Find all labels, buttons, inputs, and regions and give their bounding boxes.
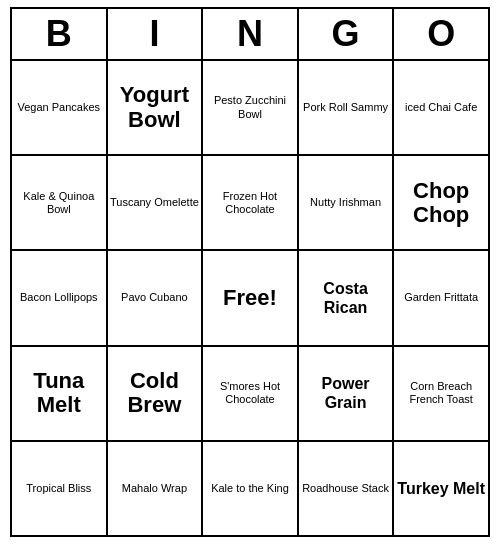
bingo-cell: Garden Frittata — [394, 251, 488, 344]
header-letter: I — [108, 9, 204, 59]
bingo-cell: Pesto Zucchini Bowl — [203, 61, 299, 154]
bingo-row: Vegan PancakesYogurt BowlPesto Zucchini … — [12, 61, 488, 156]
bingo-cell: Free! — [203, 251, 299, 344]
bingo-cell: Frozen Hot Chocolate — [203, 156, 299, 249]
bingo-cell: Nutty Irishman — [299, 156, 395, 249]
bingo-cell: Turkey Melt — [394, 442, 488, 535]
bingo-cell: Cold Brew — [108, 347, 204, 440]
bingo-cell: Chop Chop — [394, 156, 488, 249]
bingo-cell: Bacon Lollipops — [12, 251, 108, 344]
bingo-cell: Costa Rican — [299, 251, 395, 344]
bingo-cell: Power Grain — [299, 347, 395, 440]
bingo-row: Kale & Quinoa BowlTuscany OmeletteFrozen… — [12, 156, 488, 251]
bingo-cell: Tropical Bliss — [12, 442, 108, 535]
bingo-cell: iced Chai Cafe — [394, 61, 488, 154]
header-letter: N — [203, 9, 299, 59]
bingo-cell: Kale to the King — [203, 442, 299, 535]
header-letter: G — [299, 9, 395, 59]
bingo-cell: Tuscany Omelette — [108, 156, 204, 249]
bingo-cell: S'mores Hot Chocolate — [203, 347, 299, 440]
header-letter: O — [394, 9, 488, 59]
bingo-cell: Pavo Cubano — [108, 251, 204, 344]
bingo-cell: Pork Roll Sammy — [299, 61, 395, 154]
bingo-cell: Tuna Melt — [12, 347, 108, 440]
bingo-cell: Mahalo Wrap — [108, 442, 204, 535]
bingo-row: Tuna MeltCold BrewS'mores Hot ChocolateP… — [12, 347, 488, 442]
bingo-row: Tropical BlissMahalo WrapKale to the Kin… — [12, 442, 488, 535]
bingo-card: BINGO Vegan PancakesYogurt BowlPesto Zuc… — [10, 7, 490, 537]
bingo-cell: Kale & Quinoa Bowl — [12, 156, 108, 249]
bingo-cell: Corn Breach French Toast — [394, 347, 488, 440]
bingo-grid: Vegan PancakesYogurt BowlPesto Zucchini … — [12, 61, 488, 535]
bingo-row: Bacon LollipopsPavo CubanoFree!Costa Ric… — [12, 251, 488, 346]
bingo-header: BINGO — [12, 9, 488, 61]
bingo-cell: Roadhouse Stack — [299, 442, 395, 535]
bingo-cell: Yogurt Bowl — [108, 61, 204, 154]
bingo-cell: Vegan Pancakes — [12, 61, 108, 154]
header-letter: B — [12, 9, 108, 59]
